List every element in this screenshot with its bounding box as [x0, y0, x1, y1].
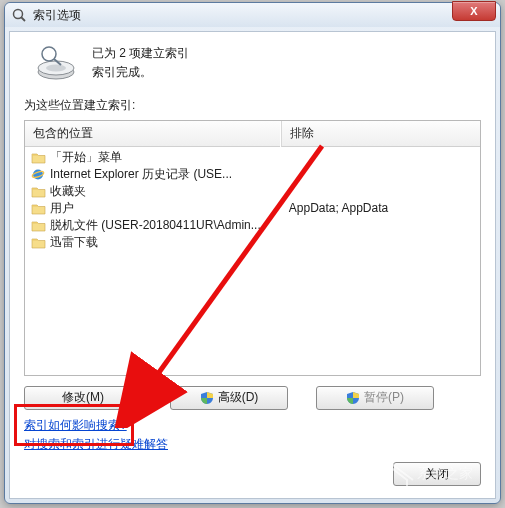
status-state: 索引完成。: [92, 63, 189, 82]
excluded-item[interactable]: AppData; AppData: [289, 200, 472, 217]
uac-shield-icon: [200, 391, 214, 405]
close-button[interactable]: 关闭: [393, 462, 481, 486]
list-item-label: 用户: [50, 200, 74, 217]
list-item-label: 收藏夹: [50, 183, 86, 200]
advanced-button[interactable]: 高级(D): [170, 386, 288, 410]
list-item-label: Internet Explorer 历史记录 (USE...: [50, 166, 232, 183]
excluded-item: [289, 166, 472, 183]
pause-label: 暂停(P): [364, 389, 404, 406]
excluded-header[interactable]: 排除: [281, 121, 480, 147]
svg-line-1: [21, 17, 25, 21]
app-icon: [11, 7, 27, 23]
list-item[interactable]: 迅雷下载: [27, 234, 278, 251]
list-item[interactable]: 收藏夹: [27, 183, 278, 200]
button-row: 修改(M) 高级(D): [24, 386, 481, 410]
advanced-label: 高级(D): [218, 389, 259, 406]
included-column: 包含的位置 「开始」菜单Internet Explorer 历史记录 (USE.…: [25, 121, 280, 375]
indexing-options-dialog: 索引选项 X 已为 2 项建立索引 索引完成。 为这些位置建立索引:: [4, 2, 501, 504]
help-links: 索引如何影响搜索? 对搜索和索引进行疑难解答: [24, 416, 481, 454]
modify-button[interactable]: 修改(M): [24, 386, 142, 410]
folder-icon: [31, 236, 46, 249]
excluded-column: 排除 AppData; AppData: [280, 121, 480, 375]
list-item-label: 脱机文件 (USER-20180411UR\Admin...: [50, 217, 261, 234]
list-item[interactable]: Internet Explorer 历史记录 (USE...: [27, 166, 278, 183]
list-item-label: 「开始」菜单: [50, 149, 122, 166]
excluded-item: [289, 149, 472, 166]
modify-label: 修改(M): [62, 389, 104, 406]
folder-icon: [31, 202, 46, 215]
close-label: 关闭: [425, 466, 449, 483]
close-icon: X: [470, 5, 477, 17]
window-title: 索引选项: [33, 7, 81, 24]
locations-list: 包含的位置 「开始」菜单Internet Explorer 历史记录 (USE.…: [24, 120, 481, 376]
svg-point-4: [46, 65, 66, 72]
link-how-indexing-affects-search[interactable]: 索引如何影响搜索?: [24, 416, 481, 435]
dialog-content: 已为 2 项建立索引 索引完成。 为这些位置建立索引: 包含的位置 「开始」菜单…: [9, 31, 496, 499]
folder-icon: [31, 219, 46, 232]
included-header[interactable]: 包含的位置: [25, 121, 280, 147]
indexing-disk-icon: [34, 44, 78, 82]
status-row: 已为 2 项建立索引 索引完成。: [24, 44, 481, 82]
list-item[interactable]: 用户: [27, 200, 278, 217]
svg-point-5: [42, 47, 56, 61]
status-count: 已为 2 项建立索引: [92, 44, 189, 63]
titlebar[interactable]: 索引选项 X: [5, 3, 500, 27]
list-item[interactable]: 脱机文件 (USER-20180411UR\Admin...: [27, 217, 278, 234]
status-text: 已为 2 项建立索引 索引完成。: [92, 44, 189, 82]
list-item-label: 迅雷下载: [50, 234, 98, 251]
folder-icon: [31, 151, 46, 164]
excluded-item: [289, 183, 472, 200]
folder-icon: [31, 185, 46, 198]
link-troubleshoot-search[interactable]: 对搜索和索引进行疑难解答: [24, 435, 481, 454]
ie-icon: [31, 168, 46, 181]
locations-label: 为这些位置建立索引:: [24, 97, 481, 114]
close-row: 关闭: [24, 454, 481, 486]
pause-button[interactable]: 暂停(P): [316, 386, 434, 410]
list-item[interactable]: 「开始」菜单: [27, 149, 278, 166]
window-close-button[interactable]: X: [452, 1, 496, 21]
uac-shield-icon: [346, 391, 360, 405]
